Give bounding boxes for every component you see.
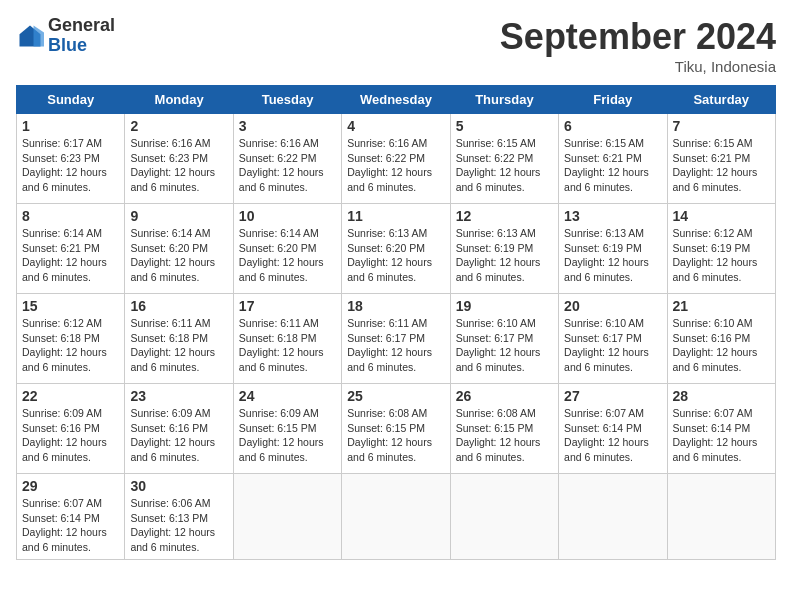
calendar-cell: 16 Sunrise: 6:11 AMSunset: 6:18 PMDaylig… bbox=[125, 294, 233, 384]
day-header-friday: Friday bbox=[559, 86, 667, 114]
location: Tiku, Indonesia bbox=[500, 58, 776, 75]
calendar-cell: 1 Sunrise: 6:17 AMSunset: 6:23 PMDayligh… bbox=[17, 114, 125, 204]
calendar-cell: 7 Sunrise: 6:15 AMSunset: 6:21 PMDayligh… bbox=[667, 114, 775, 204]
cell-info: Sunrise: 6:09 AMSunset: 6:15 PMDaylight:… bbox=[239, 407, 324, 463]
day-number: 28 bbox=[673, 388, 770, 404]
calendar-cell: 25 Sunrise: 6:08 AMSunset: 6:15 PMDaylig… bbox=[342, 384, 450, 474]
day-header-wednesday: Wednesday bbox=[342, 86, 450, 114]
calendar-cell: 10 Sunrise: 6:14 AMSunset: 6:20 PMDaylig… bbox=[233, 204, 341, 294]
day-number: 15 bbox=[22, 298, 119, 314]
calendar-cell: 29 Sunrise: 6:07 AMSunset: 6:14 PMDaylig… bbox=[17, 474, 125, 560]
cell-info: Sunrise: 6:10 AMSunset: 6:17 PMDaylight:… bbox=[564, 317, 649, 373]
calendar-cell: 27 Sunrise: 6:07 AMSunset: 6:14 PMDaylig… bbox=[559, 384, 667, 474]
calendar-cell: 5 Sunrise: 6:15 AMSunset: 6:22 PMDayligh… bbox=[450, 114, 558, 204]
day-number: 24 bbox=[239, 388, 336, 404]
day-number: 6 bbox=[564, 118, 661, 134]
cell-info: Sunrise: 6:12 AMSunset: 6:19 PMDaylight:… bbox=[673, 227, 758, 283]
day-number: 23 bbox=[130, 388, 227, 404]
cell-info: Sunrise: 6:16 AMSunset: 6:23 PMDaylight:… bbox=[130, 137, 215, 193]
day-number: 3 bbox=[239, 118, 336, 134]
day-number: 18 bbox=[347, 298, 444, 314]
day-number: 9 bbox=[130, 208, 227, 224]
cell-info: Sunrise: 6:14 AMSunset: 6:20 PMDaylight:… bbox=[130, 227, 215, 283]
calendar-cell: 22 Sunrise: 6:09 AMSunset: 6:16 PMDaylig… bbox=[17, 384, 125, 474]
calendar-cell: 26 Sunrise: 6:08 AMSunset: 6:15 PMDaylig… bbox=[450, 384, 558, 474]
day-number: 19 bbox=[456, 298, 553, 314]
day-number: 26 bbox=[456, 388, 553, 404]
day-number: 17 bbox=[239, 298, 336, 314]
day-header-sunday: Sunday bbox=[17, 86, 125, 114]
calendar-cell: 18 Sunrise: 6:11 AMSunset: 6:17 PMDaylig… bbox=[342, 294, 450, 384]
cell-info: Sunrise: 6:15 AMSunset: 6:22 PMDaylight:… bbox=[456, 137, 541, 193]
cell-info: Sunrise: 6:15 AMSunset: 6:21 PMDaylight:… bbox=[673, 137, 758, 193]
calendar-cell: 2 Sunrise: 6:16 AMSunset: 6:23 PMDayligh… bbox=[125, 114, 233, 204]
cell-info: Sunrise: 6:11 AMSunset: 6:18 PMDaylight:… bbox=[239, 317, 324, 373]
cell-info: Sunrise: 6:13 AMSunset: 6:20 PMDaylight:… bbox=[347, 227, 432, 283]
calendar-cell: 11 Sunrise: 6:13 AMSunset: 6:20 PMDaylig… bbox=[342, 204, 450, 294]
logo-icon bbox=[16, 22, 44, 50]
calendar-cell bbox=[667, 474, 775, 560]
calendar-cell: 15 Sunrise: 6:12 AMSunset: 6:18 PMDaylig… bbox=[17, 294, 125, 384]
day-number: 21 bbox=[673, 298, 770, 314]
calendar-cell: 9 Sunrise: 6:14 AMSunset: 6:20 PMDayligh… bbox=[125, 204, 233, 294]
week-row-5: 29 Sunrise: 6:07 AMSunset: 6:14 PMDaylig… bbox=[17, 474, 776, 560]
day-number: 1 bbox=[22, 118, 119, 134]
day-number: 27 bbox=[564, 388, 661, 404]
day-header-monday: Monday bbox=[125, 86, 233, 114]
logo: General Blue bbox=[16, 16, 115, 56]
day-number: 8 bbox=[22, 208, 119, 224]
logo-general-text: General bbox=[48, 16, 115, 36]
day-number: 7 bbox=[673, 118, 770, 134]
title-area: September 2024 Tiku, Indonesia bbox=[500, 16, 776, 75]
calendar-cell: 4 Sunrise: 6:16 AMSunset: 6:22 PMDayligh… bbox=[342, 114, 450, 204]
cell-info: Sunrise: 6:09 AMSunset: 6:16 PMDaylight:… bbox=[130, 407, 215, 463]
cell-info: Sunrise: 6:12 AMSunset: 6:18 PMDaylight:… bbox=[22, 317, 107, 373]
cell-info: Sunrise: 6:17 AMSunset: 6:23 PMDaylight:… bbox=[22, 137, 107, 193]
cell-info: Sunrise: 6:07 AMSunset: 6:14 PMDaylight:… bbox=[22, 497, 107, 553]
week-row-4: 22 Sunrise: 6:09 AMSunset: 6:16 PMDaylig… bbox=[17, 384, 776, 474]
calendar-cell bbox=[342, 474, 450, 560]
calendar-cell: 20 Sunrise: 6:10 AMSunset: 6:17 PMDaylig… bbox=[559, 294, 667, 384]
day-header-thursday: Thursday bbox=[450, 86, 558, 114]
cell-info: Sunrise: 6:16 AMSunset: 6:22 PMDaylight:… bbox=[347, 137, 432, 193]
calendar-cell: 21 Sunrise: 6:10 AMSunset: 6:16 PMDaylig… bbox=[667, 294, 775, 384]
cell-info: Sunrise: 6:08 AMSunset: 6:15 PMDaylight:… bbox=[456, 407, 541, 463]
calendar-cell: 14 Sunrise: 6:12 AMSunset: 6:19 PMDaylig… bbox=[667, 204, 775, 294]
calendar-cell: 8 Sunrise: 6:14 AMSunset: 6:21 PMDayligh… bbox=[17, 204, 125, 294]
page-header: General Blue September 2024 Tiku, Indone… bbox=[16, 16, 776, 75]
cell-info: Sunrise: 6:16 AMSunset: 6:22 PMDaylight:… bbox=[239, 137, 324, 193]
week-row-1: 1 Sunrise: 6:17 AMSunset: 6:23 PMDayligh… bbox=[17, 114, 776, 204]
calendar-cell: 17 Sunrise: 6:11 AMSunset: 6:18 PMDaylig… bbox=[233, 294, 341, 384]
cell-info: Sunrise: 6:07 AMSunset: 6:14 PMDaylight:… bbox=[673, 407, 758, 463]
day-number: 5 bbox=[456, 118, 553, 134]
cell-info: Sunrise: 6:13 AMSunset: 6:19 PMDaylight:… bbox=[456, 227, 541, 283]
cell-info: Sunrise: 6:10 AMSunset: 6:17 PMDaylight:… bbox=[456, 317, 541, 373]
day-number: 14 bbox=[673, 208, 770, 224]
day-header-tuesday: Tuesday bbox=[233, 86, 341, 114]
month-title: September 2024 bbox=[500, 16, 776, 58]
calendar-cell bbox=[233, 474, 341, 560]
calendar-table: SundayMondayTuesdayWednesdayThursdayFrid… bbox=[16, 85, 776, 560]
calendar-cell bbox=[450, 474, 558, 560]
cell-info: Sunrise: 6:07 AMSunset: 6:14 PMDaylight:… bbox=[564, 407, 649, 463]
day-number: 10 bbox=[239, 208, 336, 224]
days-header-row: SundayMondayTuesdayWednesdayThursdayFrid… bbox=[17, 86, 776, 114]
week-row-3: 15 Sunrise: 6:12 AMSunset: 6:18 PMDaylig… bbox=[17, 294, 776, 384]
day-number: 11 bbox=[347, 208, 444, 224]
cell-info: Sunrise: 6:08 AMSunset: 6:15 PMDaylight:… bbox=[347, 407, 432, 463]
day-header-saturday: Saturday bbox=[667, 86, 775, 114]
calendar-cell: 28 Sunrise: 6:07 AMSunset: 6:14 PMDaylig… bbox=[667, 384, 775, 474]
cell-info: Sunrise: 6:11 AMSunset: 6:17 PMDaylight:… bbox=[347, 317, 432, 373]
day-number: 30 bbox=[130, 478, 227, 494]
calendar-cell bbox=[559, 474, 667, 560]
calendar-cell: 6 Sunrise: 6:15 AMSunset: 6:21 PMDayligh… bbox=[559, 114, 667, 204]
calendar-cell: 12 Sunrise: 6:13 AMSunset: 6:19 PMDaylig… bbox=[450, 204, 558, 294]
cell-info: Sunrise: 6:15 AMSunset: 6:21 PMDaylight:… bbox=[564, 137, 649, 193]
day-number: 20 bbox=[564, 298, 661, 314]
cell-info: Sunrise: 6:11 AMSunset: 6:18 PMDaylight:… bbox=[130, 317, 215, 373]
cell-info: Sunrise: 6:14 AMSunset: 6:21 PMDaylight:… bbox=[22, 227, 107, 283]
calendar-cell: 13 Sunrise: 6:13 AMSunset: 6:19 PMDaylig… bbox=[559, 204, 667, 294]
day-number: 29 bbox=[22, 478, 119, 494]
week-row-2: 8 Sunrise: 6:14 AMSunset: 6:21 PMDayligh… bbox=[17, 204, 776, 294]
day-number: 4 bbox=[347, 118, 444, 134]
